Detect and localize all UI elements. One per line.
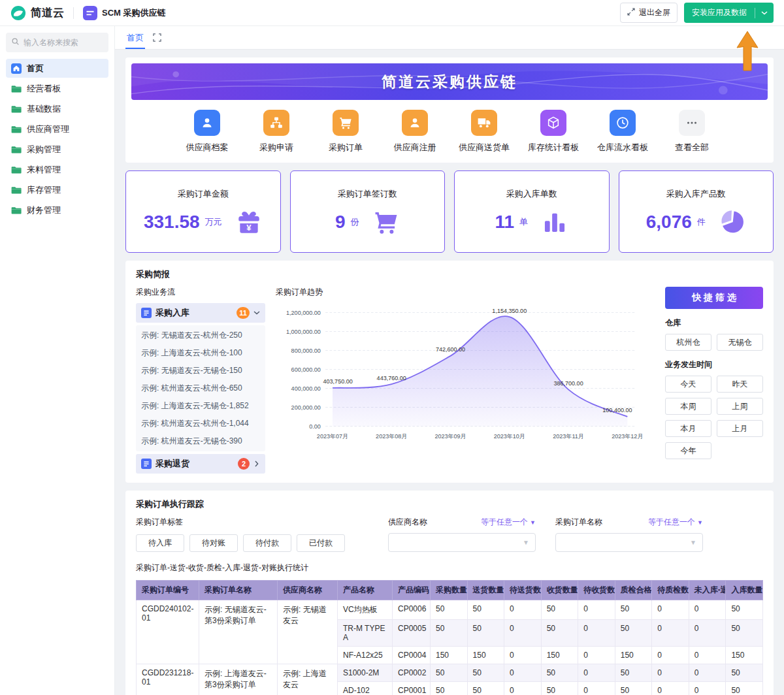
flow-item[interactable]: 示例: 上海道友云-无锡仓-1,852 <box>136 397 265 415</box>
chevron-down-icon: ▼ <box>523 539 529 546</box>
trend-panel-title: 采购订单趋势 <box>276 287 655 298</box>
order-name-operator-dropdown[interactable]: 等于任意一个▼ <box>648 517 703 528</box>
banner-title: 简道云采购供应链 <box>382 72 517 92</box>
sidebar-item-供应商管理[interactable]: 供应商管理 <box>6 120 108 138</box>
supplier-filter-label: 供应商名称 <box>388 517 427 528</box>
shortcut-label: 仓库流水看板 <box>597 142 648 154</box>
time-button-今天[interactable]: 今天 <box>665 376 711 393</box>
value-cell: 50 <box>726 664 763 682</box>
time-button-上月[interactable]: 上月 <box>717 420 763 437</box>
barchart-icon <box>541 208 568 236</box>
expand-fullscreen-icon[interactable] <box>153 33 161 42</box>
home-icon <box>11 63 22 74</box>
shortcut-label: 供应商送货单 <box>459 142 510 154</box>
svg-text:2023年10月: 2023年10月 <box>494 433 525 440</box>
order-name: 示例: 无锡道友云-第3份采购订单 <box>199 600 278 664</box>
shortcut-供应商档案[interactable]: 供应商档案 <box>173 110 241 154</box>
install-app-button[interactable]: 安装应用及数据 <box>684 3 774 23</box>
app-logo[interactable]: 简道云 <box>10 5 64 21</box>
stat-unit: 件 <box>697 216 706 228</box>
value-cell: 150 <box>541 647 578 664</box>
supplier-operator-dropdown[interactable]: 等于任意一个▼ <box>481 517 536 528</box>
value-cell: 50 <box>431 600 468 620</box>
order-name-select[interactable]: ▼ <box>555 533 703 552</box>
flow-item[interactable]: 示例: 杭州道友云-无锡仓-390 <box>136 432 265 450</box>
folder-icon <box>11 104 22 114</box>
shortcut-查看全部[interactable]: 查看全部 <box>658 110 726 154</box>
cube-icon <box>540 110 566 136</box>
warehouse-label: 仓库 <box>665 317 763 329</box>
shortcut-供应商送货单[interactable]: 供应商送货单 <box>450 110 518 154</box>
warehouse-button-无锡仓[interactable]: 无锡仓 <box>717 334 763 351</box>
sidebar-item-经营看板[interactable]: 经营看板 <box>6 79 108 98</box>
supplier-select[interactable]: ▼ <box>388 533 536 552</box>
shortcut-库存统计看板[interactable]: 库存统计看板 <box>519 110 587 154</box>
product-code: CP0001 <box>393 682 431 695</box>
topbar-actions: 退出全屏 安装应用及数据 <box>620 3 774 23</box>
shortcut-label: 供应商注册 <box>394 142 436 154</box>
tag-button-待对账[interactable]: 待对账 <box>189 534 238 552</box>
tabbar: 首页 <box>115 26 784 50</box>
flow-item[interactable]: 示例: 杭州道友云-杭州仓-1,044 <box>136 415 265 432</box>
chevron-down-icon[interactable] <box>755 7 774 20</box>
value-cell: 0 <box>689 600 726 620</box>
sidebar-item-首页[interactable]: 首页 <box>6 59 108 78</box>
flow-item[interactable]: 示例: 杭州道友云-杭州仓-650 <box>136 380 265 397</box>
tab-home[interactable]: 首页 <box>125 26 145 49</box>
flow-item[interactable]: 示例: 上海道友云-杭州仓-100 <box>136 344 265 362</box>
hero-card: 简道云采购供应链 供应商档案采购申请采购订单供应商注册供应商送货单库存统计看板仓… <box>125 57 774 163</box>
time-label: 业务发生时间 <box>665 359 763 370</box>
time-button-本月[interactable]: 本月 <box>665 420 711 437</box>
supplier-name: 示例: 上海道友云 <box>278 664 338 695</box>
quick-filter-panel: 快 捷 筛 选 仓库 杭州仓无锡仓 业务发生时间 今天昨天本周上周本月上月今年 <box>665 287 763 474</box>
time-button-上周[interactable]: 上周 <box>717 398 763 415</box>
warehouse-buttons: 杭州仓无锡仓 <box>665 334 763 351</box>
sidebar-item-库存管理[interactable]: 库存管理 <box>6 180 108 199</box>
shortcut-采购订单[interactable]: 采购订单 <box>312 110 380 154</box>
piechart-icon <box>719 208 746 236</box>
search-input[interactable] <box>24 38 103 47</box>
flow-group-采购退货[interactable]: 采购退货2 <box>136 454 265 474</box>
supplier-name: 示例: 无锡道友云 <box>278 600 338 664</box>
time-button-今年[interactable]: 今年 <box>665 442 711 459</box>
value-cell: 0 <box>652 664 689 682</box>
sidebar-item-基础数据[interactable]: 基础数据 <box>6 99 108 118</box>
chevron-down-icon: ▼ <box>690 539 696 546</box>
value-cell: 0 <box>578 647 615 664</box>
sidebar-search[interactable] <box>6 33 108 52</box>
shortcut-label: 采购订单 <box>329 142 363 154</box>
svg-text:2023年09月: 2023年09月 <box>434 433 466 440</box>
value-cell: 0 <box>504 620 542 647</box>
chevron-right-icon <box>253 461 260 467</box>
tag-button-待入库[interactable]: 待入库 <box>136 534 184 552</box>
flow-items: 示例: 无锡道友云-杭州仓-250示例: 上海道友云-杭州仓-100示例: 无锡… <box>136 325 265 451</box>
svg-text:1,000,000.00: 1,000,000.00 <box>286 329 321 335</box>
chevron-down-icon: ▼ <box>697 519 703 526</box>
tag-button-待付款[interactable]: 待付款 <box>243 534 291 552</box>
column-header: 产品名称 <box>338 581 393 600</box>
flow-item[interactable]: 示例: 无锡道友云-杭州仓-250 <box>136 327 265 344</box>
svg-text:400,000.00: 400,000.00 <box>291 385 321 392</box>
sidebar-item-财务管理[interactable]: 财务管理 <box>6 201 108 219</box>
value-cell: 0 <box>578 600 615 620</box>
value-cell: 0 <box>578 682 615 695</box>
flow-group-采购入库[interactable]: 采购入库11 <box>136 303 265 323</box>
folder-icon <box>11 144 22 155</box>
sidebar-item-来料管理[interactable]: 来料管理 <box>6 160 108 179</box>
flow-item[interactable]: 示例: 无锡道友云-无锡仓-150 <box>136 362 265 380</box>
product-name: TR-M TYPE A <box>338 620 393 647</box>
tag-button-已付款[interactable]: 已付款 <box>297 534 345 552</box>
stat-title: 采购入库产品数 <box>666 188 726 200</box>
time-button-昨天[interactable]: 昨天 <box>717 376 763 393</box>
sidebar-item-采购管理[interactable]: 采购管理 <box>6 140 108 159</box>
shortcut-仓库流水看板[interactable]: 仓库流水看板 <box>589 110 657 154</box>
column-header: 待收货数量 <box>578 581 615 600</box>
time-button-本周[interactable]: 本周 <box>665 398 711 415</box>
value-cell: 50 <box>541 600 578 620</box>
quick-filter-header[interactable]: 快 捷 筛 选 <box>665 287 763 309</box>
shortcut-供应商注册[interactable]: 供应商注册 <box>381 110 449 154</box>
sidebar-item-label: 供应商管理 <box>27 123 69 135</box>
exit-fullscreen-button[interactable]: 退出全屏 <box>620 3 678 23</box>
shortcut-采购申请[interactable]: 采购申请 <box>242 110 310 154</box>
warehouse-button-杭州仓[interactable]: 杭州仓 <box>665 334 711 351</box>
